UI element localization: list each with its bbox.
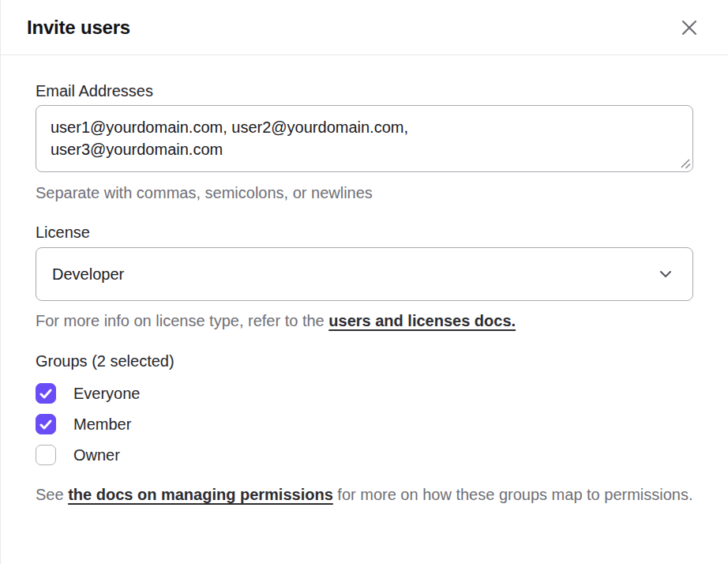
groups-checkbox-list: Everyone Member Owner — [36, 383, 693, 465]
checkmark-icon — [39, 419, 52, 430]
checkbox-label-everyone[interactable]: Everyone — [73, 383, 141, 404]
groups-note: See the docs on managing permissions for… — [36, 483, 693, 506]
close-icon — [679, 17, 700, 38]
modal-body: Email Addresses user1@yourdomain.com, us… — [1, 55, 728, 506]
groups-field-group: Groups (2 selected) Everyone Member — [36, 352, 693, 506]
license-field-group: License Developer For more info on licen… — [36, 223, 693, 330]
checkbox-owner[interactable] — [36, 445, 56, 465]
chevron-down-icon — [659, 270, 672, 278]
page-title: Invite users — [27, 17, 130, 39]
email-addresses-input[interactable]: user1@yourdomain.com, user2@yourdomain.c… — [36, 105, 693, 172]
email-field-label: Email Addresses — [36, 81, 693, 100]
checkbox-row-member[interactable]: Member — [36, 414, 693, 434]
checkbox-member[interactable] — [36, 414, 56, 434]
checkbox-row-owner[interactable]: Owner — [36, 445, 693, 465]
groups-note-prefix: See — [36, 486, 68, 503]
groups-field-label: Groups (2 selected) — [36, 352, 693, 370]
license-field-label: License — [36, 223, 693, 242]
email-textarea-wrap: user1@yourdomain.com, user2@yourdomain.c… — [36, 105, 693, 172]
email-field-group: Email Addresses user1@yourdomain.com, us… — [36, 81, 693, 202]
permissions-docs-link[interactable]: the docs on managing permissions — [68, 486, 333, 503]
license-selected-value: Developer — [52, 265, 124, 284]
license-help-text: For more info on license type, refer to … — [36, 311, 693, 330]
checkbox-label-member[interactable]: Member — [73, 414, 131, 434]
modal-header: Invite users — [1, 0, 728, 55]
checkbox-everyone[interactable] — [36, 383, 56, 404]
close-button[interactable] — [677, 15, 702, 40]
email-help-text: Separate with commas, semicolons, or new… — [36, 183, 693, 202]
checkmark-icon — [39, 389, 52, 399]
groups-note-suffix: for more on how these groups map to perm… — [333, 486, 693, 503]
license-select[interactable]: Developer — [36, 247, 693, 301]
licenses-docs-link[interactable]: users and licenses docs. — [328, 312, 516, 329]
license-help-prefix: For more info on license type, refer to … — [36, 312, 328, 329]
checkbox-row-everyone[interactable]: Everyone — [36, 383, 693, 404]
checkbox-label-owner[interactable]: Owner — [73, 445, 120, 465]
